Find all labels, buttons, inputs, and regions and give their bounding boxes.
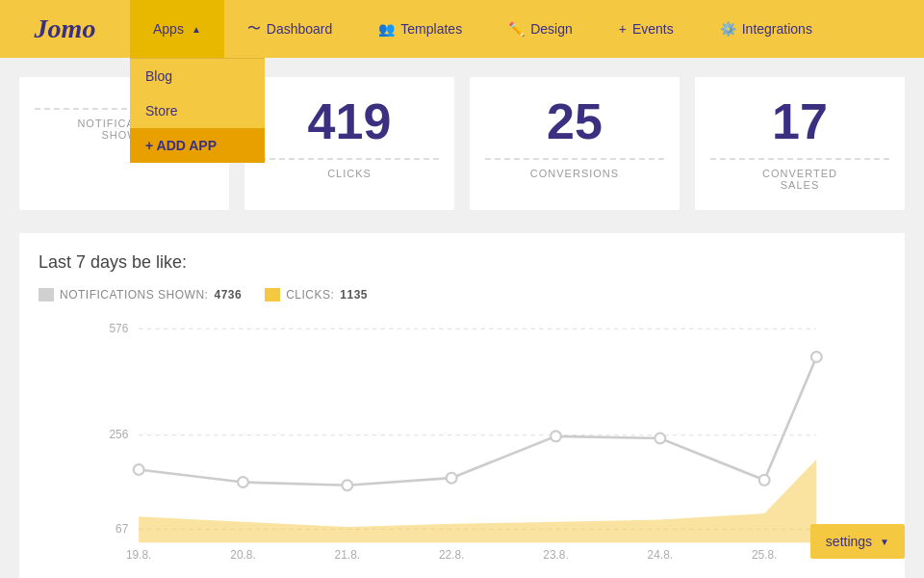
dropdown-item-blog[interactable]: Blog bbox=[130, 59, 265, 93]
svg-text:22.8.: 22.8. bbox=[439, 548, 464, 562]
svg-point-9 bbox=[342, 480, 352, 490]
templates-icon: 👥 bbox=[378, 21, 395, 37]
chart-legend: NOTIFICATIONS SHOWN: 4736 CLICKS: 1135 bbox=[38, 288, 886, 302]
svg-text:576: 576 bbox=[109, 322, 128, 335]
stat-label-converted-sales: CONVERTEDSALES bbox=[710, 168, 889, 191]
svg-point-12 bbox=[654, 434, 665, 444]
apps-dropdown-menu: Blog Store + ADD APP bbox=[130, 58, 265, 163]
dropdown-item-add-app[interactable]: + ADD APP bbox=[130, 128, 265, 163]
nav-items: Apps ▲ Blog Store + ADD APP 〜 Dashboard … bbox=[130, 0, 924, 58]
design-icon: ✏️ bbox=[508, 21, 525, 37]
apps-dropdown-wrapper: Apps ▲ Blog Store + ADD APP bbox=[130, 0, 224, 58]
legend-notifications-label: NOTIFICATIONS SHOWN: bbox=[60, 288, 208, 302]
svg-point-10 bbox=[447, 473, 457, 484]
integrations-icon: ⚙️ bbox=[720, 21, 736, 37]
nav-label-integrations: Integrations bbox=[742, 21, 812, 37]
chart-container: 576 256 67 bbox=[38, 313, 886, 564]
nav-label-apps: Apps bbox=[153, 21, 184, 37]
stat-label-clicks: CLICKS bbox=[260, 168, 439, 179]
legend-clicks-value: 1135 bbox=[340, 288, 368, 302]
stat-number-converted-sales: 17 bbox=[710, 96, 889, 146]
chart-svg: 576 256 67 bbox=[38, 313, 886, 564]
chart-section: Last 7 days be like: NOTIFICATIONS SHOWN… bbox=[19, 233, 905, 578]
nav-item-integrations[interactable]: ⚙️ Integrations bbox=[697, 0, 835, 58]
svg-text:67: 67 bbox=[116, 522, 129, 536]
dropdown-item-store[interactable]: Store bbox=[130, 93, 265, 128]
svg-text:19.8.: 19.8. bbox=[126, 548, 151, 562]
svg-text:25.8.: 25.8. bbox=[752, 548, 777, 562]
events-icon: + bbox=[619, 21, 627, 37]
chart-title: Last 7 days be like: bbox=[38, 252, 886, 273]
settings-label: settings bbox=[826, 534, 872, 549]
legend-clicks: CLICKS: 1135 bbox=[265, 288, 368, 302]
svg-point-14 bbox=[811, 352, 822, 362]
nav-item-apps[interactable]: Apps ▲ bbox=[130, 0, 224, 58]
nav-item-templates[interactable]: 👥 Templates bbox=[355, 0, 485, 58]
svg-text:21.8.: 21.8. bbox=[335, 548, 360, 562]
svg-text:23.8.: 23.8. bbox=[543, 548, 568, 562]
svg-point-8 bbox=[238, 477, 248, 487]
stat-card-conversions: 25 CONVERSIONS bbox=[470, 77, 680, 210]
stat-card-clicks: 419 CLICKS bbox=[244, 77, 454, 210]
legend-notifications: NOTIFICATIONS SHOWN: 4736 bbox=[38, 288, 242, 302]
logo: Jomo bbox=[0, 0, 130, 58]
settings-button[interactable]: settings ▼ bbox=[810, 524, 905, 559]
svg-text:256: 256 bbox=[109, 428, 128, 441]
legend-clicks-label: CLICKS: bbox=[286, 288, 334, 302]
stat-number-clicks: 419 bbox=[260, 96, 439, 146]
legend-notifications-box bbox=[38, 288, 54, 302]
logo-text: Jomo bbox=[35, 13, 96, 44]
svg-text:24.8.: 24.8. bbox=[648, 548, 673, 562]
nav-item-events[interactable]: + Events bbox=[596, 0, 697, 58]
stat-label-conversions: CONVERSIONS bbox=[485, 168, 664, 179]
dashboard-icon: 〜 bbox=[247, 20, 261, 38]
svg-marker-6 bbox=[139, 460, 816, 543]
legend-notifications-value: 4736 bbox=[214, 288, 242, 302]
header: Jomo Apps ▲ Blog Store + ADD APP 〜 Dashb… bbox=[0, 0, 924, 58]
nav-label-design: Design bbox=[530, 21, 573, 37]
svg-point-7 bbox=[134, 464, 144, 475]
nav-item-design[interactable]: ✏️ Design bbox=[485, 0, 596, 58]
nav-item-dashboard[interactable]: 〜 Dashboard bbox=[224, 0, 356, 58]
svg-point-13 bbox=[759, 475, 770, 486]
stat-number-conversions: 25 bbox=[485, 96, 664, 146]
nav-label-dashboard: Dashboard bbox=[267, 21, 333, 37]
settings-arrow-icon: ▼ bbox=[880, 537, 889, 547]
svg-text:20.8.: 20.8. bbox=[230, 548, 255, 562]
stat-card-converted-sales: 17 CONVERTEDSALES bbox=[695, 77, 905, 210]
legend-clicks-box bbox=[265, 288, 280, 302]
nav-label-events: Events bbox=[632, 21, 674, 37]
svg-point-11 bbox=[551, 431, 561, 441]
apps-arrow-icon: ▲ bbox=[192, 24, 201, 35]
nav-label-templates: Templates bbox=[400, 21, 462, 37]
